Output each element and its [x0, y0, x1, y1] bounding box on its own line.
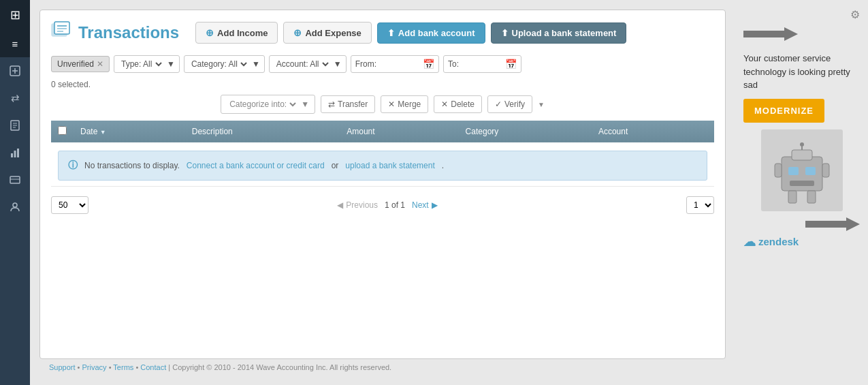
sidebar-item-profile[interactable]: [0, 194, 30, 221]
svg-rect-24: [805, 167, 816, 175]
sidebar-item-transactions[interactable]: ⇄: [0, 84, 30, 112]
categorize-dropdown[interactable]: Categorize into: ▼: [221, 95, 315, 114]
from-date[interactable]: From: 📅: [351, 55, 439, 73]
svg-rect-7: [11, 153, 13, 157]
account-select[interactable]: Account: All: [274, 59, 331, 70]
sidebar-item-receipt[interactable]: [0, 112, 30, 139]
to-date-input[interactable]: [462, 59, 502, 69]
categorize-arrow: ▼: [301, 99, 309, 109]
svg-rect-27: [822, 164, 829, 177]
transfer-button[interactable]: ⇄ Transfer: [321, 95, 375, 113]
unverified-filter-tag[interactable]: Unverified ✕: [51, 56, 110, 72]
no-data-text: No transactions to display.: [84, 161, 180, 170]
previous-button[interactable]: ◀ Previous: [337, 200, 378, 210]
verify-icon: ✓: [495, 99, 502, 109]
from-date-input[interactable]: [379, 59, 420, 69]
svg-rect-28: [788, 191, 797, 203]
amount-column-header: Amount: [340, 121, 458, 142]
account-column-header: Account: [592, 121, 714, 142]
svg-rect-9: [17, 149, 19, 157]
category-column-header: Category: [459, 121, 592, 142]
contact-link[interactable]: Contact: [140, 363, 166, 371]
from-calendar-icon[interactable]: 📅: [423, 59, 434, 70]
privacy-link[interactable]: Privacy: [82, 363, 107, 371]
verify-button[interactable]: ✓ Verify: [487, 95, 532, 113]
next-button[interactable]: Next ▶: [412, 200, 438, 210]
type-filter[interactable]: Type: All ▼: [114, 55, 180, 73]
verify-dropdown-arrow[interactable]: ▼: [538, 101, 545, 108]
category-dropdown-arrow: ▼: [252, 59, 260, 69]
svg-rect-25: [790, 181, 814, 186]
add-income-button[interactable]: ⊕ Add Income: [195, 22, 278, 44]
support-link[interactable]: Support: [49, 363, 76, 371]
svg-point-12: [13, 203, 17, 207]
transfer-icon: ⇄: [328, 99, 335, 109]
sidebar-logo: ⊞: [0, 0, 30, 30]
upload-icon: ⬆: [387, 28, 395, 38]
select-all-checkbox[interactable]: [58, 126, 67, 135]
to-date[interactable]: To: 📅: [443, 55, 521, 73]
bottom-right-arrow-icon: [805, 214, 860, 234]
svg-rect-29: [807, 191, 816, 203]
to-label: To:: [448, 59, 459, 69]
right-arrow-icon: [743, 24, 798, 44]
arrow-ad-row: [743, 24, 860, 46]
unverified-label: Unverified: [57, 59, 94, 69]
connect-bank-link[interactable]: Connect a bank account or credit card: [187, 161, 325, 170]
sidebar-item-reports[interactable]: [0, 139, 30, 166]
sidebar: ⊞ ≡ ⇄: [0, 0, 30, 385]
from-label: From:: [355, 59, 376, 69]
select-all-header[interactable]: [51, 121, 74, 142]
categorize-select[interactable]: Categorize into:: [227, 99, 298, 110]
modernize-button[interactable]: MODERNIZE: [743, 99, 824, 123]
next-icon: ▶: [432, 200, 438, 210]
action-bar: Categorize into: ▼ ⇄ Transfer ✕ Merge ✕: [51, 95, 714, 114]
svg-marker-30: [805, 217, 860, 231]
description-column-header: Description: [185, 121, 340, 142]
zendesk-icon: ☁: [743, 234, 756, 249]
info-icon: ⓘ: [68, 159, 78, 172]
add-bank-account-button[interactable]: ⬆ Add bank account: [377, 22, 485, 44]
type-select[interactable]: Type: All: [118, 59, 164, 70]
merge-icon: ✕: [388, 99, 395, 109]
sidebar-item-payroll[interactable]: [0, 166, 30, 194]
merge-button[interactable]: ✕ Merge: [381, 95, 428, 113]
pagination-row: 50 25 100 ◀ Previous 1 of 1 Next ▶: [51, 196, 714, 214]
prev-icon: ◀: [337, 200, 343, 210]
terms-link[interactable]: Terms: [113, 363, 133, 371]
transactions-table: Date ▼ Description Amount Category Accou…: [51, 121, 714, 187]
svg-rect-14: [54, 22, 69, 34]
main-area: Transactions ⊕ Add Income ⊕ Add Expense …: [30, 0, 868, 385]
upload-statement-link[interactable]: upload a bank statement: [345, 161, 434, 170]
plus-icon-2: ⊕: [293, 27, 302, 38]
sidebar-item-add[interactable]: [0, 57, 30, 84]
zendesk-logo: ☁ zendesk: [743, 234, 860, 249]
selected-bar: 0 selected.: [51, 80, 714, 89]
filter-row: Unverified ✕ Type: All ▼ Category: All ▼: [51, 55, 714, 73]
account-filter[interactable]: Account: All ▼: [269, 55, 347, 73]
add-expense-button[interactable]: ⊕ Add Expense: [283, 22, 371, 44]
upload-icon-2: ⬆: [501, 28, 509, 38]
settings-gear-icon[interactable]: ⚙: [850, 8, 860, 21]
page-info: 1 of 1: [385, 200, 405, 210]
to-calendar-icon[interactable]: 📅: [505, 59, 517, 70]
page-navigation: ◀ Previous 1 of 1 Next ▶: [337, 200, 437, 210]
sidebar-item-menu[interactable]: ≡: [0, 30, 30, 57]
date-sort-arrow[interactable]: ▼: [100, 129, 106, 136]
category-filter[interactable]: Category: All ▼: [184, 55, 265, 73]
account-dropdown-arrow: ▼: [334, 59, 342, 69]
ad-heading: Your customer service technology is look…: [743, 52, 860, 92]
svg-point-22: [800, 142, 804, 147]
info-row: ⓘ No transactions to display. Connect a …: [58, 151, 707, 181]
page-jump-select[interactable]: 1: [686, 196, 714, 214]
delete-button[interactable]: ✕ Delete: [434, 95, 482, 113]
page-title: Transactions: [78, 23, 179, 42]
svg-rect-8: [14, 151, 16, 157]
category-select[interactable]: Category: All: [189, 59, 249, 70]
robot-image: [761, 129, 843, 211]
upload-bank-statement-button[interactable]: ⬆ Upload a bank statement: [491, 22, 627, 44]
transactions-panel: Transactions ⊕ Add Income ⊕ Add Expense …: [30, 0, 735, 385]
remove-unverified-filter[interactable]: ✕: [97, 59, 103, 69]
per-page-select[interactable]: 50 25 100: [51, 196, 89, 214]
bottom-arrow-area: [743, 214, 860, 234]
